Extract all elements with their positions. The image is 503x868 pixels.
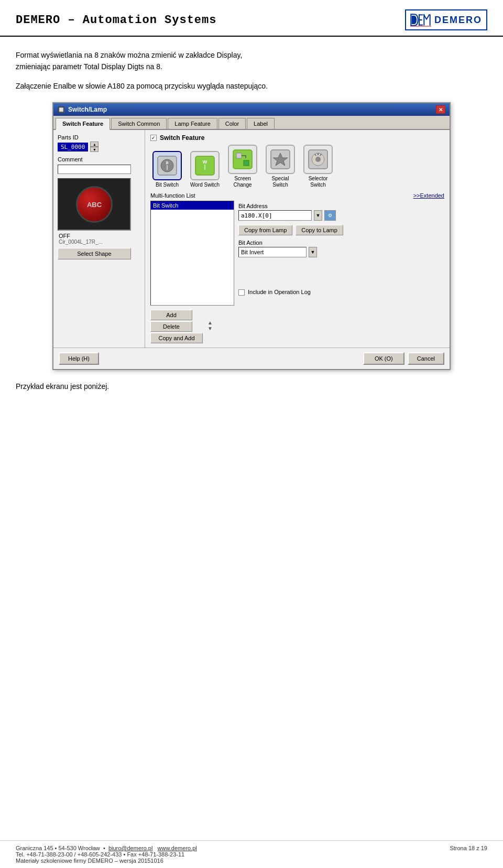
screen-change-svg bbox=[231, 148, 254, 171]
footer-line3: Materiały szkoleniowe firmy DEMERO – wer… bbox=[16, 858, 487, 864]
bit-switch-svg: B bbox=[156, 154, 179, 177]
comment-box bbox=[58, 165, 131, 174]
delete-button[interactable]: Delete bbox=[150, 321, 192, 332]
page-title: DEMERO – Automation Systems bbox=[16, 14, 216, 27]
switch-type-selector: Selector Switch bbox=[301, 145, 335, 188]
list-section: Multi-function List Bit Switch Add Delet… bbox=[150, 192, 234, 343]
main-content: Format wyświetlania na 8 znaków można zm… bbox=[0, 37, 503, 413]
footer-email[interactable]: biuro@demero.pl bbox=[108, 845, 153, 851]
footer-website[interactable]: www.demero.pl bbox=[158, 845, 197, 851]
bit-switch-label: Bit Switch bbox=[156, 182, 179, 188]
svg-rect-17 bbox=[244, 160, 249, 166]
main-content-area: Multi-function List Bit Switch Add Delet… bbox=[150, 192, 444, 343]
include-log-row: Include in Operation Log bbox=[238, 289, 444, 296]
bit-action-dropdown[interactable]: ▼ bbox=[309, 247, 317, 257]
parts-id-label: Parts ID bbox=[58, 134, 140, 140]
bit-action-row: ▼ bbox=[238, 247, 444, 257]
special-switch-icon-box[interactable] bbox=[266, 145, 295, 174]
switch-type-screen: Screen Change bbox=[226, 145, 259, 188]
selector-switch-svg bbox=[307, 148, 330, 171]
extended-link[interactable]: >>Extended bbox=[238, 192, 444, 199]
bit-action-input[interactable] bbox=[238, 247, 307, 257]
dialog-close-button[interactable]: ✕ bbox=[436, 105, 445, 114]
bit-action-label: Bit Action bbox=[238, 240, 444, 246]
cancel-button[interactable]: Cancel bbox=[408, 352, 444, 365]
tab-bar: Switch Feature Switch Common Lamp Featur… bbox=[53, 116, 450, 130]
screen-change-icon-box[interactable] bbox=[228, 145, 257, 174]
parts-id-up-arrow[interactable]: ▲ bbox=[90, 142, 99, 147]
switch-type-bit: B Bit Switch bbox=[150, 151, 184, 188]
word-switch-icon-box[interactable]: W bbox=[190, 151, 220, 180]
page-header: DEMERO – Automation Systems DEMERO bbox=[0, 0, 503, 37]
footer-page-info: Strona 18 z 19 bbox=[450, 845, 487, 851]
logo-text: DEMERO bbox=[434, 15, 482, 26]
switch-icons-row: B Bit Switch W bbox=[150, 145, 444, 188]
tab-label[interactable]: Label bbox=[247, 118, 275, 129]
include-log-label: Include in Operation Log bbox=[248, 289, 311, 295]
logo-box: DEMERO bbox=[405, 9, 487, 30]
footer-line1: Graniczna 145 • 54-530 Wrocław • biuro@d… bbox=[16, 845, 487, 851]
special-switch-svg bbox=[269, 148, 292, 171]
left-panel: Parts ID SL_0000 ▲ ▼ Comment ABC bbox=[53, 130, 145, 348]
page-footer: Graniczna 145 • 54-530 Wrocław • biuro@d… bbox=[0, 840, 503, 868]
special-switch-label: Special Switch bbox=[264, 176, 297, 188]
tab-switch-common[interactable]: Switch Common bbox=[111, 118, 167, 129]
preview-box: ABC bbox=[58, 178, 131, 231]
copy-from-lamp-button[interactable]: Copy from Lamp bbox=[238, 225, 292, 235]
address-dropdown-arrow[interactable]: ▼ bbox=[314, 210, 322, 221]
multifunction-list-box: Bit Switch bbox=[150, 201, 234, 306]
comment-label: Comment bbox=[58, 156, 140, 162]
dialog-titlebar-left: 🔲 Switch/Lamp bbox=[58, 106, 107, 113]
parts-id-value: SL_0000 bbox=[58, 143, 88, 151]
svg-rect-2 bbox=[419, 14, 423, 15]
dialog-wrapper: 🔲 Switch/Lamp ✕ Switch Feature Switch Co… bbox=[52, 102, 451, 370]
parts-id-down-arrow[interactable]: ▼ bbox=[90, 147, 99, 152]
demero-logo-icon bbox=[410, 13, 431, 27]
svg-rect-6 bbox=[430, 14, 431, 25]
bit-switch-icon-box[interactable]: B bbox=[152, 151, 182, 180]
dialog-titlebar: 🔲 Switch/Lamp ✕ bbox=[53, 103, 450, 116]
bit-action-group: Bit Action ▼ bbox=[238, 240, 444, 257]
selector-switch-icon-box[interactable] bbox=[303, 145, 333, 174]
address-settings-btn[interactable]: ⚙ bbox=[324, 210, 336, 221]
scroll-up-arrow[interactable]: ▲ bbox=[206, 320, 214, 326]
switch-type-word: W Word Switch bbox=[188, 151, 222, 188]
multifunction-label: Multi-function List bbox=[150, 192, 234, 199]
bit-address-input[interactable] bbox=[238, 210, 312, 221]
switch-type-special: Special Switch bbox=[264, 145, 297, 188]
bit-address-label: Bit Address bbox=[238, 203, 444, 209]
add-button[interactable]: Add bbox=[150, 310, 192, 320]
scroll-arrows: ▲ ▼ bbox=[206, 308, 214, 343]
svg-rect-16 bbox=[236, 153, 242, 158]
switch-lamp-dialog: 🔲 Switch/Lamp ✕ Switch Feature Switch Co… bbox=[52, 102, 451, 370]
svg-point-21 bbox=[315, 157, 321, 162]
help-button[interactable]: Help (H) bbox=[59, 352, 99, 365]
dialog-footer: Help (H) OK (O) Cancel bbox=[53, 348, 450, 369]
preview-filename: Cir_0004L_17R_... bbox=[59, 239, 103, 245]
include-log-checkbox[interactable] bbox=[238, 289, 245, 296]
footer-right-buttons: OK (O) Cancel bbox=[363, 352, 444, 365]
paragraph-1: Format wyświetlania na 8 znaków można zm… bbox=[16, 49, 487, 73]
select-shape-button[interactable]: Select Shape bbox=[58, 248, 131, 259]
dialog-title-text: Switch/Lamp bbox=[68, 106, 107, 113]
preview-info: OFF Cir_0004L_17R_... bbox=[59, 233, 140, 245]
tab-color[interactable]: Color bbox=[218, 118, 246, 129]
dialog-body: Parts ID SL_0000 ▲ ▼ Comment ABC bbox=[53, 130, 450, 348]
copy-to-lamp-button[interactable]: Copy to Lamp bbox=[296, 225, 343, 235]
list-item-bit-switch[interactable]: Bit Switch bbox=[151, 201, 234, 210]
selector-switch-label: Selector Switch bbox=[301, 176, 335, 188]
list-buttons-row: Add Delete Copy and Add ▲ ▼ bbox=[150, 308, 234, 343]
screen-change-label: Screen Change bbox=[226, 176, 259, 188]
copy-buttons-row: Copy from Lamp Copy to Lamp bbox=[238, 225, 444, 235]
tab-switch-feature[interactable]: Switch Feature bbox=[56, 118, 110, 130]
scroll-down-arrow[interactable]: ▼ bbox=[206, 326, 214, 331]
preview-circle: ABC bbox=[76, 186, 113, 223]
ok-button[interactable]: OK (O) bbox=[363, 352, 404, 365]
svg-text:B: B bbox=[166, 161, 168, 165]
logo-area: DEMERO bbox=[405, 9, 487, 30]
footer-line2: Tel. +48-71-388-23-00 / +48-605-242-433 … bbox=[16, 851, 487, 858]
copy-and-add-button[interactable]: Copy and Add bbox=[150, 333, 203, 343]
tab-lamp-feature[interactable]: Lamp Feature bbox=[168, 118, 217, 129]
switch-feature-checkbox[interactable]: ✓ bbox=[150, 135, 157, 141]
preview-off-text: OFF bbox=[59, 233, 70, 239]
